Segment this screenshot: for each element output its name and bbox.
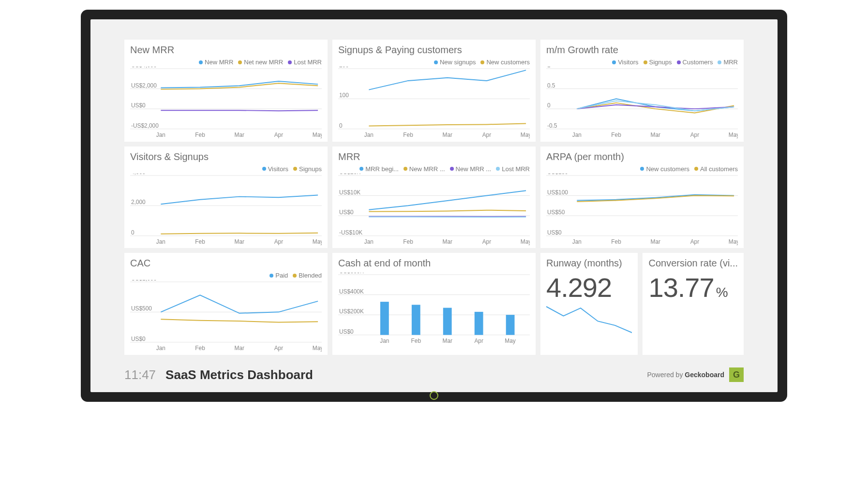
svg-text:Jan: Jan [364,238,374,245]
svg-text:US$200K: US$200K [339,308,364,315]
conversion-value: 13.77% [648,272,738,303]
legend-label: Lost MRR [294,59,322,66]
legend-item: All customers [694,165,738,173]
svg-text:May: May [729,132,738,138]
svg-text:Feb: Feb [195,132,205,138]
svg-text:Jan: Jan [572,238,582,245]
svg-text:US$50: US$50 [547,209,565,216]
svg-rect-96 [475,312,483,335]
svg-text:Mar: Mar [442,238,452,245]
chart-plot: 2001000JanFebMarAprMay [338,67,530,139]
geckoboard-logo-icon: G [729,367,744,382]
svg-text:-US$2,000: -US$2,000 [131,122,159,129]
card-conversion: Conversion rate (vi... 13.77% [643,253,744,355]
svg-text:May: May [521,238,530,245]
legend-item: Paid [269,272,288,279]
svg-text:2,000: 2,000 [131,199,146,205]
svg-text:Mar: Mar [442,338,452,344]
dashboard-screen: New MRRNew MRRNet new MRRLost MRRUS$4,00… [90,19,778,392]
svg-text:Mar: Mar [650,238,660,245]
svg-text:May: May [313,345,322,352]
svg-text:May: May [729,238,738,245]
svg-text:May: May [505,338,515,344]
legend-label: New customers [486,59,530,66]
svg-text:US$0: US$0 [547,229,562,235]
legend-row: VisitorsSignups [130,165,322,173]
legend-label: Customers [683,59,713,66]
svg-text:Feb: Feb [403,238,413,245]
legend-label: New signups [440,59,476,66]
svg-text:Mar: Mar [234,238,244,245]
legend-label: Blended [299,272,322,279]
svg-text:-0.5: -0.5 [547,122,557,129]
legend-label: All customers [700,165,738,173]
svg-text:US$4,000: US$4,000 [131,67,157,69]
svg-text:Feb: Feb [411,338,421,344]
svg-text:US$0: US$0 [131,336,146,342]
legend-item: New MRR ... [404,165,445,173]
svg-text:US$1,000: US$1,000 [131,280,157,282]
card-new-mrr: New MRRNew MRRNet new MRRLost MRRUS$4,00… [124,40,328,142]
chart-title: m/m Growth rate [546,44,738,56]
monitor-frame: New MRRNew MRRNet new MRRLost MRRUS$4,00… [81,10,787,402]
svg-text:Jan: Jan [156,238,165,245]
legend-label: MRR begi... [365,165,399,173]
svg-text:Jan: Jan [380,338,389,344]
legend-row: New customersAll customers [546,165,738,173]
legend-label: New MRR ... [409,165,445,173]
card-cash: Cash at end of monthUS$600KUS$400KUS$200… [332,253,536,355]
svg-text:US$150: US$150 [547,174,568,176]
chart-title: MRR [338,151,530,162]
legend-label: Visitors [618,59,638,66]
svg-text:Mar: Mar [442,132,452,138]
legend-label: Net new MRR [244,59,283,66]
svg-text:Apr: Apr [274,132,284,138]
svg-text:200: 200 [339,67,349,69]
conversion-title: Conversion rate (vi... [648,258,738,269]
svg-text:100: 100 [339,92,349,99]
svg-rect-93 [380,302,389,335]
chart-title: ARPA (per month) [546,151,738,162]
chart-plot: US$4,000US$2,000US$0-US$2,000JanFebMarAp… [130,67,322,139]
legend-item: Visitors [262,165,288,173]
svg-text:Jan: Jan [364,132,374,138]
chart-plot: US$600KUS$400KUS$200KUS$0JanFebMarAprMay [338,273,530,345]
svg-text:Feb: Feb [611,132,621,138]
legend-row: New signupsNew customers [338,59,530,66]
svg-text:0.5: 0.5 [547,82,555,89]
svg-text:Apr: Apr [274,345,284,352]
svg-text:Jan: Jan [156,345,165,352]
svg-text:Apr: Apr [482,132,492,138]
svg-text:0: 0 [131,229,135,235]
legend-item: New MRR ... [450,165,492,173]
legend-label: New MRR ... [456,165,492,173]
svg-text:0: 0 [547,102,551,109]
card-mm-growth: m/m Growth rateVisitorsSignupsCustomersM… [540,40,744,142]
card-cac: CACPaidBlendedUS$1,000US$500US$0JanFebMa… [124,253,328,355]
svg-text:0: 0 [339,122,343,129]
svg-text:Apr: Apr [690,238,700,245]
charts-grid: New MRRNew MRRNet new MRRLost MRRUS$4,00… [124,40,744,248]
svg-text:US$2,000: US$2,000 [131,82,157,89]
legend-item: New signups [434,59,476,66]
svg-text:Apr: Apr [482,238,492,245]
svg-text:-US$10K: -US$10K [339,229,362,235]
legend-item: Net new MRR [238,59,283,66]
legend-label: Lost MRR [502,165,530,173]
legend-item: Lost MRR [496,165,530,173]
svg-text:Feb: Feb [195,345,205,352]
legend-item: New customers [640,165,689,173]
svg-text:US$10K: US$10K [339,189,360,195]
svg-text:US$0: US$0 [339,328,354,335]
svg-text:US$400K: US$400K [339,288,364,295]
chart-title: Cash at end of month [338,258,530,269]
svg-text:Jan: Jan [572,132,582,138]
chart-title: New MRR [130,44,322,56]
svg-text:Jan: Jan [156,132,165,138]
svg-text:Mar: Mar [234,132,244,138]
svg-rect-97 [506,315,515,335]
legend-item: New MRR [199,59,233,66]
svg-text:US$100: US$100 [547,189,568,195]
legend-label: Signups [299,165,322,173]
legend-label: Paid [275,272,288,279]
